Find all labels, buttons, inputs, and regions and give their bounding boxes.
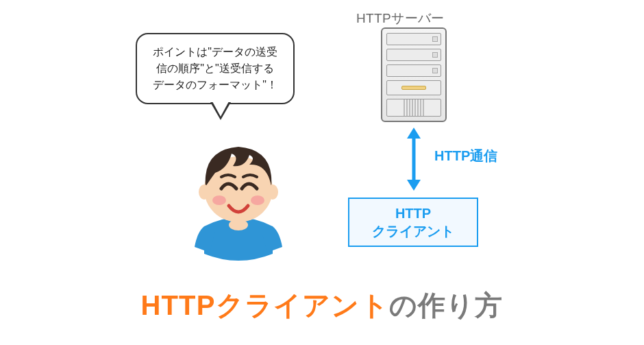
svg-point-2 — [199, 185, 210, 200]
double-arrow-icon — [404, 128, 423, 191]
server-icon — [381, 27, 447, 122]
svg-marker-7 — [407, 128, 421, 139]
page-title: HTTPクライアントの作り方 — [0, 287, 644, 324]
http-client-box: HTTP クライアント — [348, 198, 478, 247]
boy-illustration — [184, 123, 293, 261]
svg-point-3 — [267, 185, 278, 200]
server-label: HTTPサーバー — [356, 10, 445, 27]
arrow-label: HTTP通信 — [434, 147, 497, 165]
speech-bubble: ポイントは"データの送受 信の順序"と"送受信する データのフォーマット"！ — [136, 33, 295, 104]
client-line: クライアント — [372, 222, 454, 240]
diagram-stage: ポイントは"データの送受 信の順序"と"送受信する データのフォーマット"！ — [0, 0, 644, 345]
bubble-line: ポイントは"データの送受 — [145, 44, 285, 60]
title-highlight: HTTPクライアント — [140, 290, 388, 320]
bubble-line: 信の順序"と"送受信する — [145, 60, 285, 77]
bubble-line: データのフォーマット"！ — [145, 77, 285, 93]
svg-marker-8 — [407, 180, 421, 191]
svg-point-5 — [251, 195, 264, 205]
client-line: HTTP — [395, 204, 431, 222]
svg-point-4 — [212, 195, 226, 205]
title-rest: の作り方 — [389, 290, 504, 320]
